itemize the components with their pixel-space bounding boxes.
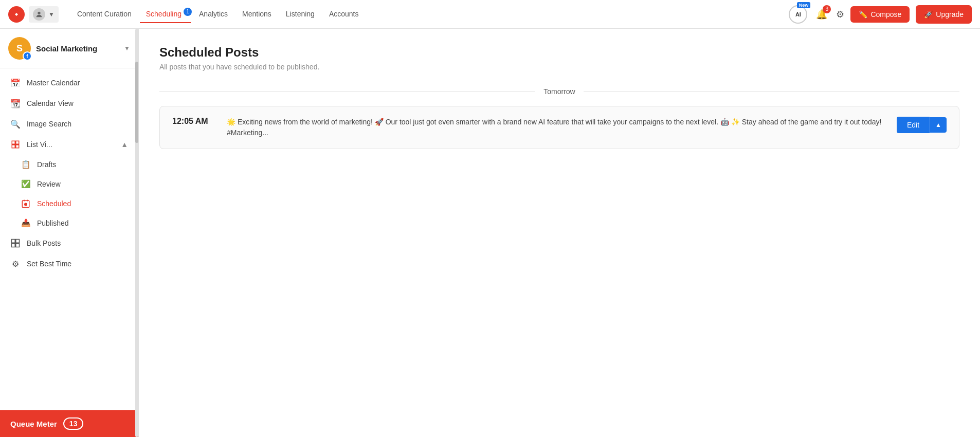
calendar-icon: 📅 — [10, 78, 21, 88]
edit-dropdown-button[interactable]: ▲ — [930, 117, 947, 133]
svg-rect-4 — [12, 145, 15, 148]
post-time: 12:05 AM — [172, 117, 219, 126]
sidebar-profile-name: Social Marketing — [36, 44, 97, 53]
post-content: 🌟 Exciting news from the world of market… — [227, 117, 888, 138]
profile-switcher[interactable]: ▼ — [29, 6, 59, 23]
scheduled-icon — [21, 198, 31, 209]
upgrade-button[interactable]: 🚀 Upgrade — [916, 5, 972, 24]
svg-rect-10 — [12, 240, 15, 243]
svg-rect-2 — [12, 141, 15, 144]
sidebar-item-image-search[interactable]: 🔍 Image Search — [0, 114, 138, 134]
sidebar-label-set-best-time: Set Best Time — [27, 260, 71, 268]
svg-rect-3 — [16, 141, 19, 144]
sidebar-nav: 📅 Master Calendar 📆 Calendar View 🔍 Imag… — [0, 68, 138, 410]
queue-meter[interactable]: Queue Meter 13 — [0, 410, 138, 437]
image-search-icon: 🔍 — [10, 119, 21, 129]
svg-rect-11 — [16, 240, 20, 243]
sidebar-item-list-view[interactable]: List Vi... ▲ — [0, 134, 138, 155]
sidebar-label-image-search: Image Search — [27, 120, 71, 128]
notifications-count: 3 — [823, 5, 831, 13]
calendar-view-icon: 📆 — [10, 98, 21, 108]
list-view-submenu: 📋 Drafts ✅ Review Scheduled — [0, 155, 138, 233]
sidebar-scrollbar[interactable] — [135, 29, 138, 437]
top-navigation: ▼ Content Curation Scheduling 1 Analytic… — [0, 0, 980, 29]
content-area: Scheduled Posts All posts that you have … — [139, 29, 980, 437]
list-view-icon — [10, 139, 21, 150]
compose-button[interactable]: ✏️ Compose — [850, 6, 910, 23]
profile-chevron-icon: ▼ — [48, 11, 55, 18]
sidebar-label-published: Published — [37, 219, 69, 227]
review-icon: ✅ — [21, 179, 31, 189]
divider-line-right — [584, 92, 959, 92]
profile-icon — [33, 8, 45, 21]
sidebar-label-scheduled: Scheduled — [37, 199, 71, 208]
set-best-time-icon: ⚙ — [10, 259, 21, 269]
facebook-badge-icon: f — [23, 51, 32, 61]
date-divider: Tomorrow — [159, 87, 959, 96]
ai-button[interactable]: AI New — [789, 5, 807, 24]
nav-mentions[interactable]: Mentions — [236, 6, 278, 23]
sidebar-scrollbar-thumb — [135, 62, 138, 143]
nav-content-curation[interactable]: Content Curation — [71, 6, 138, 23]
nav-listening[interactable]: Listening — [280, 6, 321, 23]
sidebar-item-scheduled[interactable]: Scheduled — [8, 194, 138, 213]
nav-scheduling[interactable]: Scheduling 1 — [140, 6, 191, 23]
drafts-icon: 📋 — [21, 159, 31, 170]
compose-icon: ✏️ — [859, 10, 867, 19]
bulk-posts-icon — [10, 238, 21, 248]
divider-line-left — [159, 92, 535, 92]
svg-rect-5 — [16, 145, 19, 148]
sidebar-item-set-best-time[interactable]: ⚙ Set Best Time — [0, 253, 138, 274]
gear-icon: ⚙ — [836, 9, 844, 20]
app-logo[interactable] — [8, 6, 25, 23]
page-subtitle: All posts that you have scheduled to be … — [159, 63, 959, 71]
settings-button[interactable]: ⚙ — [836, 9, 844, 20]
sidebar-item-master-calendar[interactable]: 📅 Master Calendar — [0, 72, 138, 93]
svg-point-1 — [38, 11, 40, 14]
edit-button[interactable]: Edit — [897, 117, 930, 133]
sidebar-chevron-icon: ▼ — [124, 45, 130, 52]
post-actions: Edit ▲ — [897, 117, 947, 133]
sidebar-label-bulk-posts: Bulk Posts — [27, 239, 61, 247]
new-badge: New — [797, 2, 811, 8]
sidebar-item-review[interactable]: ✅ Review — [8, 174, 138, 194]
page-title: Scheduled Posts — [159, 45, 959, 60]
svg-rect-13 — [16, 244, 20, 247]
list-view-chevron-icon: ▲ — [121, 140, 128, 149]
date-section-label: Tomorrow — [543, 87, 575, 96]
sidebar: S f Social Marketing ▼ 📅 Master Calendar… — [0, 29, 139, 437]
sidebar-label-calendar-view: Calendar View — [27, 99, 74, 107]
nav-accounts[interactable]: Accounts — [323, 6, 365, 23]
sidebar-profile-header[interactable]: S f Social Marketing ▼ — [0, 29, 138, 68]
sidebar-item-drafts[interactable]: 📋 Drafts — [8, 155, 138, 174]
chevron-up-icon: ▲ — [935, 121, 941, 129]
nav-links: Content Curation Scheduling 1 Analytics … — [71, 6, 789, 23]
ai-label: AI — [795, 11, 801, 17]
sidebar-label-review: Review — [37, 180, 61, 188]
sidebar-label-list-view: List Vi... — [27, 140, 52, 149]
rocket-icon: 🚀 — [924, 10, 933, 19]
sidebar-item-bulk-posts[interactable]: Bulk Posts — [0, 233, 138, 253]
scheduling-badge: 1 — [184, 8, 192, 16]
post-card: 12:05 AM 🌟 Exciting news from the world … — [159, 106, 959, 149]
queue-meter-label: Queue Meter — [10, 420, 57, 428]
sidebar-item-published[interactable]: 📥 Published — [8, 213, 138, 233]
main-layout: S f Social Marketing ▼ 📅 Master Calendar… — [0, 29, 980, 437]
sidebar-label-drafts: Drafts — [37, 160, 56, 169]
published-icon: 📥 — [21, 218, 31, 228]
queue-meter-count: 13 — [63, 417, 84, 430]
avatar: S f — [8, 37, 31, 60]
nav-analytics[interactable]: Analytics — [193, 6, 234, 23]
notifications-button[interactable]: 🔔 3 — [813, 6, 830, 23]
svg-rect-12 — [12, 244, 15, 247]
nav-right-actions: AI New 🔔 3 ⚙ ✏️ Compose 🚀 Upgrade — [789, 5, 972, 24]
sidebar-label-master-calendar: Master Calendar — [27, 79, 80, 87]
svg-point-9 — [25, 203, 27, 206]
sidebar-item-calendar-view[interactable]: 📆 Calendar View — [0, 93, 138, 114]
